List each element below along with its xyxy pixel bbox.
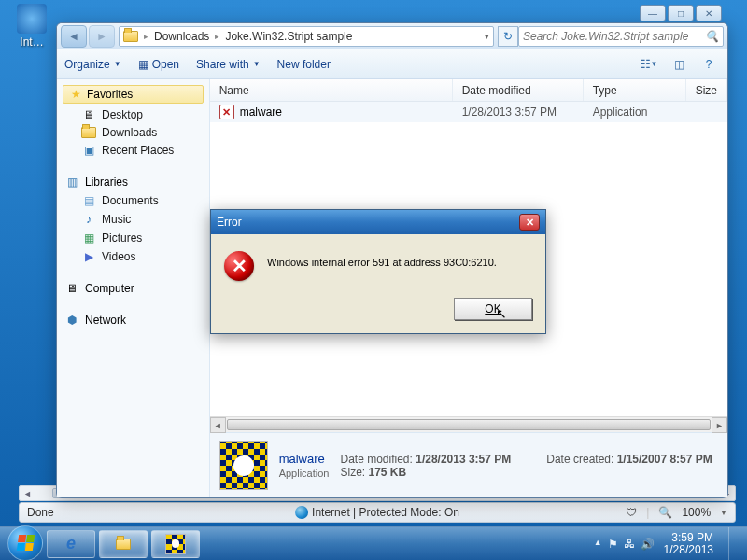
nav-downloads[interactable]: Downloads: [57, 124, 209, 141]
taskbar-ie[interactable]: e: [47, 530, 95, 558]
nav-music[interactable]: ♪Music: [57, 210, 209, 229]
folder-icon: [116, 539, 131, 550]
nav-back-button[interactable]: ◄: [61, 25, 87, 48]
tray-volume-icon[interactable]: 🔊: [641, 538, 655, 551]
maximize-button[interactable]: □: [668, 5, 694, 21]
nav-forward-button[interactable]: ►: [89, 25, 115, 48]
column-date[interactable]: Date modified: [453, 79, 584, 101]
column-type[interactable]: Type: [584, 79, 686, 101]
star-icon: ★: [71, 88, 81, 101]
titlebar[interactable]: ◄ ► ▸ Downloads ▸ Joke.Win32.Stript samp…: [57, 23, 727, 49]
open-icon: ▦: [138, 58, 148, 71]
breadcrumb-downloads[interactable]: Downloads: [154, 30, 209, 43]
security-zone-icon[interactable]: 🛡: [626, 506, 637, 519]
chevron-down-icon: ▼: [253, 60, 261, 68]
folder-icon: [123, 31, 138, 42]
file-row[interactable]: malware 1/28/2013 3:57 PM Application: [210, 102, 727, 122]
ie-status-bar: Done Internet | Protected Mode: On 🛡 | 🔍…: [19, 502, 736, 523]
network-icon: ⬢: [64, 313, 79, 328]
nav-desktop[interactable]: 🖥Desktop: [57, 105, 209, 124]
scroll-left-icon[interactable]: ◄: [20, 486, 35, 500]
libraries-header[interactable]: ▥Libraries: [57, 173, 209, 191]
nav-videos[interactable]: ▶Videos: [57, 247, 209, 266]
nav-pictures[interactable]: ▦Pictures: [57, 229, 209, 247]
details-pane: malware Application Date modified: 1/28/…: [210, 432, 727, 497]
taskbar-explorer[interactable]: [99, 530, 148, 558]
chevron-down-icon: ▼: [114, 60, 121, 68]
taskbar: e ▲ ⚑ 🖧 🔊 3:59 PM 1/28/2013: [0, 526, 747, 560]
content-scrollbar[interactable]: ◄ ►: [210, 416, 727, 432]
close-button[interactable]: ✕: [696, 5, 722, 21]
details-subtitle: Application: [279, 468, 330, 479]
scroll-right-icon[interactable]: ►: [712, 417, 727, 433]
status-done: Done: [27, 506, 54, 519]
taskbar-malware[interactable]: [151, 530, 200, 558]
error-dialog: Error ✕ ✕ Windows internal error 591 at …: [210, 209, 546, 334]
libraries-icon: ▥: [64, 175, 79, 189]
favorites-header[interactable]: ★Favorites: [63, 85, 204, 104]
file-date: 1/28/2013 3:57 PM: [453, 105, 584, 119]
desktop-shortcut[interactable]: Int…: [4, 4, 60, 49]
minimize-button[interactable]: —: [640, 5, 666, 21]
zoom-level[interactable]: 100%: [682, 506, 711, 519]
dialog-message: Windows internal error 591 at address 93…: [267, 251, 532, 268]
address-bar[interactable]: ▸ Downloads ▸ Joke.Win32.Stript sample ▾: [119, 26, 494, 47]
column-name[interactable]: Name: [210, 79, 453, 101]
tray-flag-icon[interactable]: ⚑: [608, 538, 618, 551]
file-name: malware: [240, 105, 282, 119]
recent-icon: ▣: [81, 143, 96, 158]
chevron-right-icon[interactable]: ▸: [144, 32, 148, 41]
search-box[interactable]: 🔍: [518, 26, 724, 47]
taskbar-clock[interactable]: 3:59 PM 1/28/2013: [664, 532, 713, 556]
preview-pane-button[interactable]: ◫: [668, 54, 690, 75]
nav-recent-places[interactable]: ▣Recent Places: [57, 141, 209, 160]
column-size[interactable]: Size: [686, 79, 727, 101]
scrollbar-thumb[interactable]: [227, 419, 711, 430]
tray-chevron-icon[interactable]: ▲: [594, 538, 602, 551]
dialog-title: Error: [217, 216, 242, 229]
scroll-left-icon[interactable]: ◄: [210, 417, 226, 433]
nav-documents[interactable]: ▤Documents: [57, 191, 209, 210]
malware-icon: [165, 534, 186, 554]
folder-icon: [81, 127, 96, 138]
protected-mode-text: Internet | Protected Mode: On: [312, 506, 459, 519]
network-header[interactable]: ⬢Network: [57, 311, 209, 329]
desktop-icon: 🖥: [81, 107, 96, 122]
column-headers[interactable]: Name Date modified Type Size: [210, 79, 727, 102]
organize-menu[interactable]: Organize▼: [64, 58, 121, 71]
share-menu[interactable]: Share with▼: [196, 58, 261, 71]
videos-icon: ▶: [81, 249, 96, 264]
search-icon[interactable]: 🔍: [705, 30, 719, 43]
search-input[interactable]: [523, 30, 705, 43]
dialog-close-button[interactable]: ✕: [519, 214, 540, 231]
tray-network-icon[interactable]: 🖧: [624, 538, 635, 551]
error-icon: ✕: [224, 251, 254, 281]
help-button[interactable]: ?: [698, 54, 720, 75]
chevron-right-icon[interactable]: ▸: [215, 32, 219, 41]
command-bar: Organize▼ ▦Open Share with▼ New folder ☷…: [57, 49, 727, 79]
details-title: malware: [279, 452, 325, 466]
details-date-modified: 1/28/2013 3:57 PM: [416, 453, 511, 466]
start-button[interactable]: [7, 525, 43, 561]
windows-logo-icon: [16, 535, 34, 551]
open-button[interactable]: ▦Open: [138, 58, 179, 71]
breadcrumb-current[interactable]: Joke.Win32.Stript sample: [225, 30, 352, 43]
navigation-pane: ★Favorites 🖥Desktop Downloads ▣Recent Pl…: [57, 79, 210, 497]
show-desktop-button[interactable]: [728, 527, 740, 561]
refresh-icon: ↻: [503, 30, 513, 43]
music-icon: ♪: [81, 212, 96, 227]
dialog-titlebar[interactable]: Error ✕: [211, 210, 545, 234]
view-options-button[interactable]: ☷▼: [638, 54, 660, 75]
documents-icon: ▤: [81, 193, 96, 208]
malware-file-icon: [219, 105, 234, 119]
file-type: Application: [584, 105, 686, 119]
refresh-button[interactable]: ↻: [498, 26, 518, 47]
zoom-icon[interactable]: 🔍: [658, 506, 672, 519]
computer-icon: 🖥: [64, 281, 79, 296]
address-dropdown-icon[interactable]: ▾: [485, 32, 489, 41]
zoom-dropdown-icon[interactable]: ▼: [720, 509, 727, 517]
ok-button[interactable]: OK ↖: [454, 298, 532, 320]
new-folder-button[interactable]: New folder: [277, 58, 331, 71]
desktop-shortcut-label: Int…: [4, 35, 60, 49]
computer-header[interactable]: 🖥Computer: [57, 279, 209, 298]
